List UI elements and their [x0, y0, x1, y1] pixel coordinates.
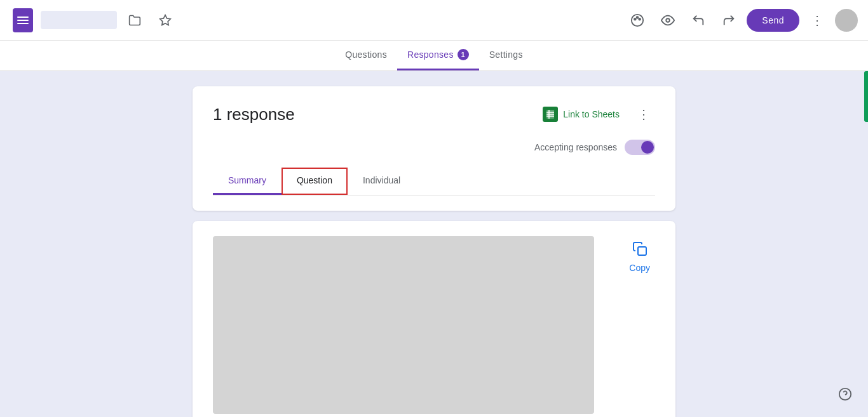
more-options-button[interactable]: ⋮ — [804, 8, 830, 33]
tab-responses[interactable]: Responses 1 — [397, 40, 479, 70]
document-title-input[interactable] — [41, 11, 117, 29]
tabs-bar: Questions Responses 1 Settings — [0, 41, 868, 71]
copy-icon — [632, 241, 648, 260]
toggle-thumb — [641, 141, 654, 154]
svg-point-2 — [634, 18, 636, 20]
topbar: Send ⋮ — [0, 0, 868, 41]
main-content: 1 response Link to Sheets — [0, 71, 868, 417]
response-count: 1 response — [213, 105, 295, 124]
accepting-label: Accepting responses — [534, 142, 617, 152]
sub-tab-individual[interactable]: Individual — [348, 168, 416, 195]
content-card: Copy — [193, 221, 675, 417]
tab-settings[interactable]: Settings — [479, 40, 533, 70]
chart-placeholder — [213, 236, 594, 414]
redo-button[interactable] — [716, 8, 742, 33]
tab-questions[interactable]: Questions — [335, 40, 397, 70]
star-icon-button[interactable] — [153, 8, 178, 33]
forms-logo-icon — [13, 8, 33, 32]
sub-tab-question[interactable]: Question — [281, 168, 348, 195]
link-to-sheets-button[interactable]: Link to Sheets — [535, 102, 627, 127]
avatar[interactable] — [835, 9, 858, 32]
palette-button[interactable] — [625, 8, 650, 33]
sub-tabs: Summary Question Individual — [213, 168, 655, 195]
accepting-row: Accepting responses — [213, 140, 655, 155]
copy-label: Copy — [629, 263, 650, 273]
undo-button[interactable] — [686, 8, 711, 33]
topbar-right: Send ⋮ — [625, 8, 858, 33]
link-to-sheets-label: Link to Sheets — [563, 109, 620, 119]
preview-button[interactable] — [655, 8, 681, 33]
copy-button[interactable]: Copy — [624, 236, 655, 278]
responses-header-card: 1 response Link to Sheets — [193, 86, 675, 211]
topbar-left — [10, 8, 625, 33]
folder-icon-button[interactable] — [122, 8, 147, 33]
response-badge: 1 — [458, 49, 469, 60]
right-accent-bar — [864, 71, 868, 122]
svg-marker-0 — [160, 15, 171, 25]
response-header: 1 response Link to Sheets — [213, 102, 655, 127]
help-button[interactable] — [832, 381, 858, 407]
accepting-responses-toggle[interactable] — [625, 140, 655, 155]
app-icon — [10, 8, 36, 33]
svg-point-4 — [639, 18, 641, 20]
responses-more-button[interactable]: ⋮ — [632, 103, 655, 126]
svg-rect-11 — [638, 247, 646, 255]
svg-point-3 — [637, 17, 639, 18]
svg-point-5 — [667, 18, 670, 22]
header-actions: Link to Sheets ⋮ — [535, 102, 655, 127]
sheets-icon — [543, 107, 558, 122]
send-button[interactable]: Send — [747, 9, 799, 32]
sub-tab-summary[interactable]: Summary — [213, 168, 281, 195]
